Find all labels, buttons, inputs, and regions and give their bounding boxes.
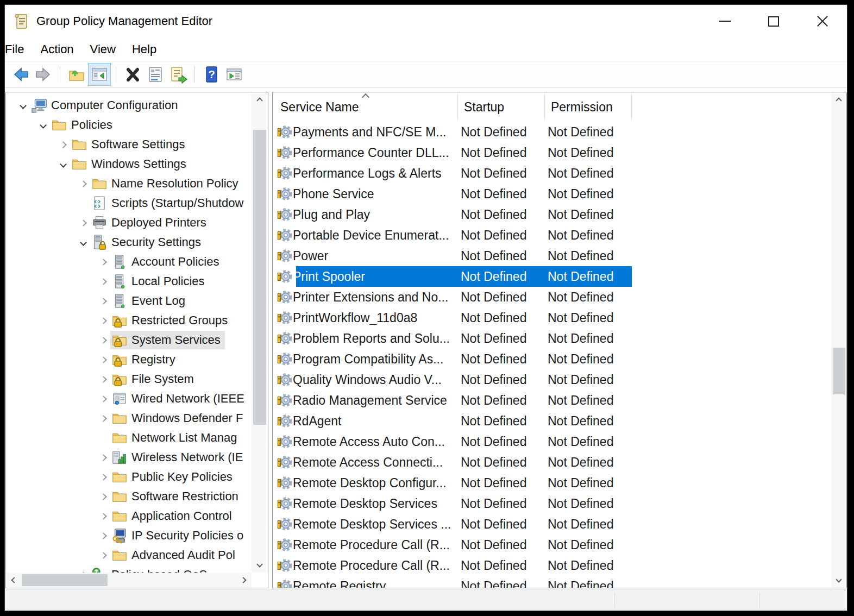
- tree-item[interactable]: Public Key Policies: [6, 467, 252, 487]
- service-row[interactable]: Remote Desktop Configur... Not Defined N…: [273, 473, 831, 493]
- tree-expander-icon[interactable]: [96, 494, 110, 499]
- tree-item[interactable]: Name Resolution Policy: [6, 174, 252, 193]
- column-divider[interactable]: [631, 93, 632, 121]
- tree-expander-icon[interactable]: [96, 338, 110, 343]
- tree-expander-icon[interactable]: [76, 240, 90, 245]
- tree-horizontal-scrollbar[interactable]: [6, 573, 252, 588]
- tree-item[interactable]: Registry: [6, 350, 252, 369]
- tree-expander-icon[interactable]: [96, 533, 110, 538]
- tree-expander-icon[interactable]: [96, 279, 110, 284]
- tree-expander-icon[interactable]: [16, 103, 30, 108]
- title-bar[interactable]: Group Policy Management Editor: [5, 5, 847, 37]
- tree-expander-icon[interactable]: [96, 318, 110, 323]
- tree-expander-icon[interactable]: [96, 357, 110, 362]
- service-row[interactable]: Phone Service Not Defined Not Defined: [273, 184, 831, 204]
- tree-item[interactable]: Account Policies: [6, 252, 252, 272]
- tree-expander-icon[interactable]: [76, 181, 90, 186]
- tree-item[interactable]: Windows Defender F: [6, 408, 252, 428]
- service-row[interactable]: Remote Access Auto Con... Not Defined No…: [273, 431, 831, 452]
- tree-item[interactable]: Wireless Network (IE: [6, 448, 252, 467]
- tree-item[interactable]: Wired Network (IEEE: [6, 389, 252, 408]
- service-row[interactable]: Radio Management Service Not Defined Not…: [273, 390, 831, 411]
- tree-expander-icon[interactable]: [96, 514, 110, 519]
- column-header-startup[interactable]: Startup: [464, 100, 504, 115]
- tree-expander-icon[interactable]: [96, 377, 110, 382]
- back-button[interactable]: [9, 63, 32, 86]
- list-vertical-scrollbar[interactable]: [831, 92, 846, 588]
- tree-expander-icon[interactable]: [96, 397, 110, 401]
- tree-expander-icon[interactable]: [96, 455, 110, 460]
- tree-expander-icon[interactable]: [96, 553, 110, 558]
- service-row[interactable]: Portable Device Enumerat... Not Defined …: [273, 225, 831, 246]
- tree-expander-icon[interactable]: [76, 221, 90, 225]
- service-row[interactable]: Payments and NFC/SE M... Not Defined Not…: [273, 122, 831, 142]
- tree-expander-icon[interactable]: [96, 260, 110, 265]
- scroll-left-arrow[interactable]: [6, 573, 20, 588]
- service-row[interactable]: Remote Registry Not Defined Not Defined: [273, 576, 831, 588]
- tree-item[interactable]: Event Log: [6, 291, 252, 311]
- service-row[interactable]: Remote Desktop Services Not Defined Not …: [273, 493, 831, 514]
- column-header-permission[interactable]: Permission: [551, 100, 613, 115]
- tree-expander-icon[interactable]: [36, 123, 50, 128]
- service-row[interactable]: PrintWorkflow_11d0a8 Not Defined Not Def…: [273, 307, 831, 328]
- minimize-button[interactable]: [700, 5, 749, 37]
- service-row[interactable]: Printer Extensions and No... Not Defined…: [273, 287, 831, 307]
- column-header-service-name[interactable]: Service Name: [280, 100, 359, 115]
- service-row[interactable]: Power Not Defined Not Defined: [273, 246, 831, 266]
- tree-hscroll-thumb[interactable]: [22, 574, 108, 586]
- export-list-button[interactable]: [167, 63, 190, 86]
- service-row[interactable]: Problem Reports and Solu... Not Defined …: [273, 328, 831, 349]
- tree-vscroll-thumb[interactable]: [253, 130, 266, 425]
- service-row[interactable]: Plug and Play Not Defined Not Defined: [273, 204, 831, 225]
- service-row[interactable]: Remote Procedure Call (R... Not Defined …: [273, 535, 831, 555]
- maximize-button[interactable]: [749, 5, 798, 37]
- tree-item[interactable]: Advanced Audit Pol: [6, 545, 252, 565]
- service-row[interactable]: Remote Desktop Services ... Not Defined …: [273, 514, 831, 535]
- close-button[interactable]: [798, 5, 847, 37]
- tree-item[interactable]: Local Policies: [6, 272, 252, 291]
- tree-item[interactable]: Computer Configuration: [6, 96, 252, 115]
- menu-item[interactable]: Help: [132, 42, 156, 56]
- forward-button[interactable]: [32, 63, 55, 86]
- tree-expander-icon[interactable]: [96, 475, 110, 480]
- scroll-right-arrow[interactable]: [237, 573, 252, 588]
- tree-item[interactable]: Windows Settings: [6, 154, 252, 174]
- tree-item[interactable]: Software Restriction: [6, 487, 252, 506]
- show-console-tree-button[interactable]: [88, 63, 111, 86]
- new-window-button[interactable]: [223, 63, 246, 86]
- menu-item[interactable]: Action: [40, 42, 73, 56]
- tree-item[interactable]: Security Settings: [6, 232, 252, 252]
- tree-item[interactable]: Policies: [6, 115, 252, 135]
- menu-item[interactable]: View: [90, 42, 116, 56]
- tree-item[interactable]: Application Control: [6, 506, 252, 526]
- scroll-up-arrow[interactable]: [252, 92, 268, 106]
- column-divider[interactable]: [544, 93, 545, 121]
- tree-item[interactable]: File System: [6, 369, 252, 389]
- tree-item[interactable]: IP Security Policies o: [6, 526, 252, 545]
- service-row[interactable]: Remote Access Connecti... Not Defined No…: [273, 452, 831, 473]
- scroll-up-arrow[interactable]: [831, 92, 846, 106]
- column-divider[interactable]: [457, 93, 458, 121]
- tree-item[interactable]: System Services: [6, 330, 252, 350]
- tree-expander-icon[interactable]: [96, 416, 110, 421]
- tree-item[interactable]: Scripts (Startup/Shutdow: [6, 193, 252, 213]
- scroll-down-arrow[interactable]: [252, 558, 268, 573]
- up-one-level-button[interactable]: [65, 63, 88, 86]
- service-row[interactable]: RdAgent Not Defined Not Defined: [273, 411, 831, 431]
- service-row[interactable]: Print Spooler Not Defined Not Defined: [273, 266, 831, 287]
- properties-button[interactable]: [144, 63, 167, 86]
- list-vscroll-thumb[interactable]: [833, 348, 845, 394]
- delete-button[interactable]: [121, 63, 144, 86]
- tree-expander-icon[interactable]: [56, 162, 70, 167]
- tree-item[interactable]: Software Settings: [6, 135, 252, 154]
- service-row[interactable]: Program Compatibility As... Not Defined …: [273, 349, 831, 369]
- service-row[interactable]: Performance Logs & Alerts Not Defined No…: [273, 163, 831, 184]
- service-row[interactable]: Quality Windows Audio V... Not Defined N…: [273, 369, 831, 390]
- tree-item[interactable]: Policy-based QoS: [6, 565, 252, 573]
- menu-item[interactable]: File: [5, 42, 24, 56]
- tree-expander-icon[interactable]: [96, 299, 110, 304]
- help-button[interactable]: ?: [200, 63, 223, 86]
- tree-vertical-scrollbar[interactable]: [252, 92, 268, 573]
- tree-item[interactable]: Restricted Groups: [6, 311, 252, 330]
- scroll-down-arrow[interactable]: [831, 574, 846, 588]
